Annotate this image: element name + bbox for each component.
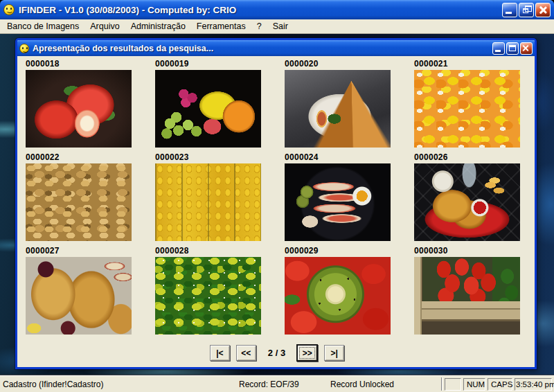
thumbnail-crab-legs[interactable] [285,163,391,241]
results-close-icon [522,44,530,53]
status-context: Cadastro (Ifinder!Cadastro) [3,380,103,389]
pagination-bar: |< << 2 / 3 >> >| [26,344,535,362]
image-id-label: 0000018 [26,59,132,70]
result-cell: 0000019 [155,59,261,152]
menu-ferramentas[interactable]: Ferramentas [191,20,251,33]
status-lock-state: Record Unlocked [330,380,394,389]
image-id-label: 0000027 [26,246,132,257]
image-id-label: 0000023 [155,152,261,163]
results-maximize-button[interactable] [506,42,519,55]
thumbnail-kiwi-strawberries[interactable] [285,257,391,335]
thumbnail-pastries[interactable] [26,257,132,335]
last-page-button[interactable]: >| [324,345,344,361]
image-id-label: 0000030 [414,246,520,257]
image-id-label: 0000021 [414,59,520,70]
image-id-label: 0000029 [285,246,391,257]
status-caps-lock: CAPS [488,378,512,391]
results-smiley-icon [19,44,29,53]
results-body: 0000018 0000019 0000020 0000021 0000022 [17,56,535,367]
result-cell: 0000030 [414,246,520,339]
image-id-label: 0000022 [26,152,132,163]
menu-banco-de-imagens[interactable]: Banco de Imagens [1,20,84,33]
status-num-lock: NUM [463,378,485,391]
result-cell: 0000026 [414,152,520,246]
result-cell: 0000022 [26,152,132,246]
results-close-button[interactable] [520,42,533,55]
status-empty-panel [445,378,461,391]
result-cell: 0000023 [155,152,261,246]
menu-help[interactable]: ? [251,20,267,33]
thumbnail-grid: 0000018 0000019 0000020 0000021 0000022 [26,59,535,339]
results-titlebar[interactable]: Apresentação dos resultados da pesquisa.… [17,40,535,56]
results-title: Apresentação dos resultados da pesquisa.… [33,44,492,53]
first-page-button[interactable]: |< [210,345,230,361]
close-icon [539,6,547,14]
next-page-button[interactable]: >> [296,344,318,362]
menu-sair[interactable]: Sair [267,20,294,33]
status-bar: Cadastro (Ifinder!Cadastro) Record: EOF/… [0,375,554,392]
minimize-button[interactable] [502,3,517,17]
thumbnail-pastry-plate[interactable] [285,70,391,148]
app-smiley-icon [3,4,15,15]
status-record: Record: EOF/39 [239,380,299,389]
minimize-icon [506,12,512,14]
result-cell: 0000021 [414,59,520,152]
thumbnail-peppers-market[interactable] [414,257,520,335]
thumbnail-corn-cobs[interactable] [155,163,261,241]
thumbnail-fruit-still-life[interactable] [155,70,261,148]
image-id-label: 0000020 [285,59,391,70]
previous-page-button[interactable]: << [236,345,256,361]
result-cell: 0000024 [285,152,391,246]
result-cell: 0000018 [26,59,132,152]
thumbnail-cashews[interactable] [26,163,132,241]
menu-arquivo[interactable]: Arquivo [84,20,125,33]
thumbnail-fried-basket[interactable] [414,163,520,241]
thumbnail-candy-corn[interactable] [414,70,520,148]
result-cell: 0000028 [155,246,261,339]
image-id-label: 0000028 [155,246,261,257]
thumbnail-jelly-beans[interactable] [155,257,261,335]
restore-icon [523,8,528,13]
image-id-label: 0000019 [155,59,261,70]
mdi-client-area: Apresentação dos resultados da pesquisa.… [0,34,554,375]
result-cell: 0000027 [26,246,132,339]
results-window: Apresentação dos resultados da pesquisa.… [15,38,537,369]
results-minimize-icon [495,50,501,52]
restore-button[interactable] [519,3,534,17]
results-minimize-button[interactable] [492,42,505,55]
result-cell: 0000029 [285,246,391,339]
image-id-label: 0000026 [414,152,520,163]
close-button[interactable] [535,3,551,17]
page-indicator: 2 / 3 [268,348,285,358]
image-id-label: 0000024 [285,152,391,163]
thumbnail-strawberries[interactable] [26,70,132,148]
status-separator [441,377,443,391]
app-titlebar: IFINDER - V1.0 (30/08/2003) - Computed b… [0,0,554,19]
menu-administracao[interactable]: Administração [125,20,191,33]
result-cell: 0000020 [285,59,391,152]
results-maximize-icon [509,45,516,51]
menu-bar: Banco de Imagens Arquivo Administração F… [0,19,554,34]
status-clock: 3:53:40 pm [515,378,552,391]
app-title: IFINDER - V1.0 (30/08/2003) - Computed b… [19,5,502,15]
